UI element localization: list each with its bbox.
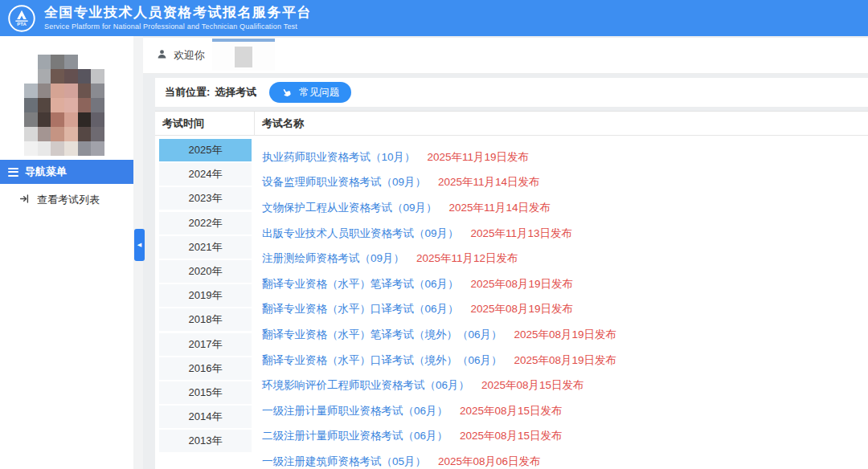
column-header-time: 考试时间 — [155, 112, 254, 135]
exam-name-link[interactable]: 出版专业技术人员职业资格考试（09月） — [262, 226, 459, 241]
exam-row: 注册测绘师资格考试（09月） 2025年11月12日发布 — [262, 246, 868, 271]
sidebar: 导航菜单 查看考试列表 — [0, 36, 133, 469]
exam-publish-date: 2025年11月14日发布 — [449, 201, 551, 215]
breadcrumb-label: 当前位置: — [165, 86, 210, 98]
exam-publish-date: 2025年08月19日发布 — [471, 302, 574, 316]
nav-menu-title: 导航菜单 — [25, 165, 67, 179]
year-item[interactable]: 2022年 — [159, 212, 252, 234]
exam-name-link[interactable]: 翻译专业资格（水平）口译考试（06月） — [262, 302, 459, 316]
exam-publish-date: 2025年11月13日发布 — [471, 226, 573, 241]
exam-name-link[interactable]: 文物保护工程从业资格考试（09月） — [262, 201, 437, 215]
sidebar-item-label: 查看考试列表 — [37, 193, 100, 207]
exam-table-header: 考试时间 考试名称 — [155, 112, 868, 136]
welcome-greeting: 欢迎你 — [174, 48, 205, 63]
year-item[interactable]: 2017年 — [159, 333, 252, 356]
exam-publish-date: 2025年08月19日发布 — [471, 277, 574, 292]
exam-row: 设备监理师职业资格考试（09月） 2025年11月14日发布 — [262, 170, 868, 196]
exam-row: 翻译专业资格（水平）笔译考试（06月） 2025年08月19日发布 — [262, 271, 868, 297]
column-header-name: 考试名称 — [254, 112, 868, 135]
exam-name-link[interactable]: 注册测绘师资格考试（09月） — [262, 251, 404, 266]
exam-row: 翻译专业资格（水平）口译考试（06月） 2025年08月19日发布 — [262, 297, 868, 323]
exam-name-link[interactable]: 执业药师职业资格考试（10月） — [262, 150, 416, 165]
year-item[interactable]: 2020年 — [159, 260, 252, 283]
exam-name-link[interactable]: 二级注册计量师职业资格考试（06月） — [262, 429, 448, 443]
exam-publish-date: 2025年11月12日发布 — [416, 251, 518, 266]
faq-button-label: 常见问题 — [299, 86, 339, 100]
exam-row: 一级注册建筑师资格考试（05月） 2025年08月06日发布 — [262, 449, 868, 469]
exam-publish-date: 2025年08月19日发布 — [514, 353, 617, 368]
year-item[interactable]: 2018年 — [159, 308, 252, 331]
exam-name-link[interactable]: 一级注册建筑师资格考试（05月） — [262, 455, 426, 469]
breadcrumb-bar: 当前位置:选择考试 常见问题 — [155, 78, 868, 107]
year-list: 2025年2024年2023年2022年2021年2020年2019年2018年… — [155, 136, 254, 454]
page-title: 全国专业技术人员资格考试报名服务平台 — [44, 6, 312, 21]
exam-row: 翻译专业资格（水平）笔译考试（境外）（06月） 2025年08月19日发布 — [262, 322, 868, 348]
sidebar-item-exam-list[interactable]: 查看考试列表 — [0, 184, 133, 216]
breadcrumb-current: 选择考试 — [215, 86, 256, 98]
main-content: 欢迎你 当前位置:选择考试 常见问题 考试时间 考试名称 2025年2024年2… — [143, 36, 868, 469]
year-item[interactable]: 2025年 — [159, 139, 252, 161]
app-header: PTA 全国专业技术人员资格考试报名服务平台 Service Platform … — [0, 0, 868, 36]
exam-table: 考试时间 考试名称 2025年2024年2023年2022年2021年2020年… — [155, 111, 868, 469]
year-item[interactable]: 2014年 — [159, 406, 252, 428]
exam-row: 翻译专业资格（水平）口译考试（境外）（06月） 2025年08月19日发布 — [262, 348, 868, 373]
exam-row: 二级注册计量师职业资格考试（06月） 2025年08月15日发布 — [262, 424, 868, 450]
welcome-bar: 欢迎你 — [143, 38, 868, 74]
year-item[interactable]: 2024年 — [159, 163, 252, 186]
exam-row: 环境影响评价工程师职业资格考试（06月） 2025年08月15日发布 — [262, 373, 868, 398]
sidebar-menu: 查看考试列表 — [0, 184, 133, 216]
exam-name-link[interactable]: 翻译专业资格（水平）笔译考试（06月） — [262, 277, 459, 292]
exam-publish-date: 2025年08月15日发布 — [460, 429, 563, 443]
exam-name-link[interactable]: 设备监理师职业资格考试（09月） — [262, 175, 426, 190]
exam-row: 执业药师职业资格考试（10月） 2025年11月19日发布 — [262, 145, 868, 170]
nav-menu-header: 导航菜单 — [0, 160, 133, 184]
page-subtitle: Service Platform for National Profession… — [44, 22, 312, 31]
exam-name-link[interactable]: 翻译专业资格（水平）口译考试（境外）（06月） — [262, 353, 502, 368]
user-icon — [157, 48, 167, 63]
year-item[interactable]: 2021年 — [159, 236, 252, 259]
platform-logo-icon: PTA — [7, 4, 36, 33]
exam-name-link[interactable]: 翻译专业资格（水平）笔译考试（境外）（06月） — [262, 328, 502, 342]
avatar — [24, 55, 104, 156]
exam-row: 一级注册计量师职业资格考试（06月） 2025年08月15日发布 — [262, 398, 868, 424]
svg-text:PTA: PTA — [17, 22, 27, 27]
exam-publish-date: 2025年11月14日发布 — [438, 175, 540, 190]
exam-name-link[interactable]: 环境影响评价工程师职业资格考试（06月） — [262, 378, 469, 393]
exam-row: 文物保护工程从业资格考试（09月） 2025年11月14日发布 — [262, 195, 868, 221]
year-item[interactable]: 2013年 — [159, 430, 252, 452]
hamburger-icon — [8, 168, 18, 177]
redacted-username — [212, 39, 275, 71]
exam-publish-date: 2025年08月19日发布 — [514, 328, 617, 342]
year-item[interactable]: 2019年 — [159, 284, 252, 307]
breadcrumb: 当前位置:选择考试 — [165, 85, 256, 100]
exam-publish-date: 2025年08月15日发布 — [460, 404, 563, 418]
exam-publish-date: 2025年08月06日发布 — [438, 455, 541, 469]
sidebar-collapse-button[interactable]: ◀ — [134, 229, 145, 261]
exam-row: 出版专业技术人员职业资格考试（09月） 2025年11月13日发布 — [262, 221, 868, 247]
year-item[interactable]: 2015年 — [159, 381, 252, 404]
exam-publish-date: 2025年11月19日发布 — [428, 150, 530, 165]
exam-publish-date: 2025年08月15日发布 — [481, 378, 584, 393]
exam-name-link[interactable]: 一级注册计量师职业资格考试（06月） — [262, 404, 448, 418]
exam-list: 执业药师职业资格考试（10月） 2025年11月19日发布 设备监理师职业资格考… — [254, 136, 868, 469]
enter-icon — [19, 194, 30, 206]
year-item[interactable]: 2023年 — [159, 187, 252, 210]
chevron-left-icon: ◀ — [137, 242, 141, 248]
pointing-hand-icon — [280, 84, 295, 100]
year-item[interactable]: 2016年 — [159, 357, 252, 380]
faq-button[interactable]: 常见问题 — [269, 82, 351, 103]
